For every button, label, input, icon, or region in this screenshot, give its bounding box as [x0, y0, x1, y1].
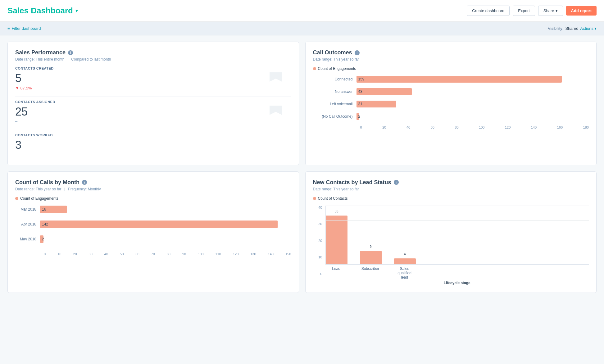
contacts-created-value: 5: [15, 72, 291, 84]
calls-by-month-info-icon[interactable]: i: [82, 180, 87, 185]
sales-performance-title: Sales Performance i: [15, 49, 291, 56]
legend-dot-3: [313, 197, 316, 200]
call-outcomes-card: Call Outcomes i Date range: This year so…: [305, 42, 597, 165]
dashboard-title: Sales Dashboard: [7, 6, 73, 16]
dashboard-grid: Sales Performance i Date range: This ent…: [0, 35, 604, 299]
sales-performance-date-range: Date range: This entire month | Compared…: [15, 57, 291, 61]
new-contacts-card: New Contacts by Lead Status i Date range…: [305, 171, 597, 293]
new-contacts-x-labels: Lead Subscriber Sales qualified lead: [325, 265, 589, 280]
watermark-flag-icon-2: [266, 104, 285, 124]
legend-dot: [313, 67, 316, 70]
x-axis-title: Lifecycle stage: [325, 281, 589, 285]
call-outcomes-x-axis: 0 20 40 60 80 100 120 140 160 180: [313, 125, 589, 129]
visibility-value: Shared: [565, 26, 578, 31]
create-dashboard-button[interactable]: Create dashboard: [467, 6, 510, 16]
title-chevron-icon[interactable]: ▾: [75, 8, 78, 14]
call-outcomes-chart: Connected 159 No answer 43 Left voicemai…: [313, 76, 589, 129]
legend-dot-2: [15, 197, 18, 200]
header-left: Sales Dashboard ▾: [7, 6, 78, 16]
vbar-row-apr: Apr 2018 142: [15, 221, 291, 228]
new-contacts-chart: 0 10 20 30 40 33: [313, 206, 589, 285]
contacts-worked-label: CONTACTS WORKED: [15, 133, 291, 137]
add-report-button[interactable]: Add report: [566, 6, 597, 16]
colchart-bars: 33 9 4: [325, 206, 589, 265]
hbar-row-voicemail: Left voicemail 31: [313, 101, 589, 107]
hbar-row-no-answer: No answer 43: [313, 88, 589, 95]
filter-icon: ≡: [7, 26, 10, 31]
export-button[interactable]: Export: [513, 6, 535, 16]
call-outcomes-info-icon[interactable]: i: [355, 50, 360, 55]
contacts-worked-value: 3: [15, 139, 291, 151]
call-outcomes-date-range: Date range: This year so far: [313, 57, 589, 61]
col-sales-qualified-lead: 4: [394, 252, 416, 264]
header: Sales Dashboard ▾ Create dashboard Expor…: [0, 0, 604, 22]
contacts-created-change: ▼ 87.5%: [15, 86, 291, 90]
contacts-created-section: CONTACTS CREATED 5 ▼ 87.5%: [15, 66, 291, 90]
filter-dashboard-button[interactable]: ≡ Filter dashboard: [7, 26, 41, 31]
sales-performance-card: Sales Performance i Date range: This ent…: [7, 42, 299, 165]
watermark-flag-icon: [266, 71, 285, 90]
new-contacts-legend: Count of Contacts: [313, 196, 589, 201]
share-button[interactable]: Share ▾: [538, 6, 563, 16]
contacts-assigned-section: CONTACTS ASSIGNED 25 –: [15, 100, 291, 124]
sales-performance-info-icon[interactable]: i: [68, 50, 73, 55]
new-contacts-y-axis: 0 10 20 30 40: [313, 206, 322, 276]
hbar-row-connected: Connected 159: [313, 76, 589, 83]
call-outcomes-title: Call Outcomes i: [313, 49, 589, 56]
contacts-assigned-change: –: [15, 119, 291, 124]
calls-by-month-legend: Count of Engagements: [15, 196, 291, 201]
hbar-row-no-outcome: (No Call Outcome) 2: [313, 113, 589, 120]
calls-by-month-title: Count of Calls by Month i: [15, 179, 291, 186]
filter-right: Visibility: Shared Actions ▾: [548, 26, 597, 31]
share-chevron-icon: ▾: [556, 8, 558, 13]
col-lead: 33: [326, 209, 347, 264]
col-subscriber: 9: [360, 245, 382, 264]
contacts-worked-section: CONTACTS WORKED 3: [15, 133, 291, 151]
visibility-label: Visibility:: [548, 26, 563, 31]
actions-button[interactable]: Actions ▾: [580, 26, 597, 31]
filter-bar: ≡ Filter dashboard Visibility: Shared Ac…: [0, 22, 604, 35]
calls-by-month-card: Count of Calls by Month i Date range: Th…: [7, 171, 299, 293]
new-contacts-date-range: Date range: This year so far: [313, 187, 589, 191]
contacts-created-label: CONTACTS CREATED: [15, 66, 291, 70]
contacts-assigned-label: CONTACTS ASSIGNED: [15, 100, 291, 104]
header-actions: Create dashboard Export Share ▾ Add repo…: [467, 6, 597, 16]
calls-by-month-x-axis: 0 10 20 30 40 50 60 70 80 90 100 110 120…: [15, 250, 291, 256]
new-contacts-info-icon[interactable]: i: [394, 180, 399, 185]
actions-chevron-icon: ▾: [594, 26, 597, 31]
calls-by-month-date-range: Date range: This year so far | Frequency…: [15, 187, 291, 191]
new-contacts-title: New Contacts by Lead Status i: [313, 179, 589, 186]
vbar-row-mar: Mar 2018 16: [15, 206, 291, 213]
vbar-row-may: May 2018 2: [15, 235, 291, 243]
call-outcomes-legend: Count of Engagements: [313, 66, 589, 71]
contacts-assigned-value: 25: [15, 106, 291, 118]
filter-label: Filter dashboard: [12, 26, 41, 31]
calls-by-month-chart: Mar 2018 16 Apr 2018 142 May 2018: [15, 206, 291, 256]
